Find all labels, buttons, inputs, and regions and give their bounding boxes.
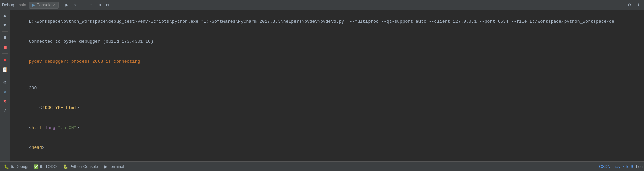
evaluate-btn[interactable]: ⊡ bbox=[104, 1, 111, 9]
status-tab-todo[interactable]: ✅ 6: TODO bbox=[31, 164, 59, 170]
debug-tab-label: Debug bbox=[16, 164, 28, 169]
log-label[interactable]: Log bbox=[636, 164, 643, 169]
console-line-9: <meta charset="utf-8"> bbox=[13, 158, 641, 161]
minimize-icon[interactable]: ⬇ bbox=[634, 1, 642, 9]
main-label: main bbox=[17, 3, 26, 7]
console-line-3: pydev debugger: process 2668 is connecti… bbox=[13, 51, 641, 72]
debug-actions: ▶ ↷ ↓ ↑ ⇥ ⊡ bbox=[63, 1, 111, 9]
debug-tab-icon: 🐛 bbox=[4, 164, 9, 169]
python-console-icon: 🐍 bbox=[63, 164, 68, 169]
todo-tab-label: TODO bbox=[45, 164, 57, 169]
settings-icon[interactable]: ⚙ bbox=[626, 1, 633, 9]
step-out-btn[interactable]: ↑ bbox=[87, 1, 95, 9]
console-line-1: E:\Workspace\python_workspace\debug_test… bbox=[13, 12, 641, 32]
left-sidebar: ▲ ▼ ⏸ ⏹ ● 📋 ⚙ ◈ ✖ ? bbox=[0, 10, 10, 161]
settings-side-btn[interactable]: ⚙ bbox=[1, 78, 9, 86]
debug-tab-num: 5: bbox=[11, 164, 14, 169]
console-tab-label: Console bbox=[36, 3, 51, 7]
status-tab-terminal[interactable]: ▶ Terminal bbox=[102, 164, 127, 170]
console-line-5: 200 bbox=[13, 78, 641, 98]
console-tab[interactable]: ▶ Console ✕ bbox=[29, 2, 59, 9]
console-tab-close[interactable]: ✕ bbox=[53, 3, 56, 7]
terminal-label: Terminal bbox=[109, 164, 124, 169]
sidebar-divider-1 bbox=[2, 31, 8, 32]
console-line-6: <!DOCTYPE html> bbox=[13, 98, 641, 118]
console-line-2: Connected to pydev debugger (build 173.4… bbox=[13, 32, 641, 52]
top-bar-right: ⚙ ⬇ bbox=[626, 1, 642, 9]
status-bar: 🐛 5: Debug ✅ 6: TODO 🐍 Python Console ▶ … bbox=[0, 161, 644, 171]
console-line-4 bbox=[13, 72, 641, 78]
step-over-btn[interactable]: ↷ bbox=[71, 1, 78, 9]
breakpoints-btn[interactable]: ● bbox=[1, 56, 9, 64]
close-btn[interactable]: ✖ bbox=[1, 97, 9, 105]
todo-tab-num: 6: bbox=[40, 164, 44, 169]
top-bar: Debug main ▶ Console ✕ ▶ ↷ ↓ ↑ ⇥ ⊡ ⚙ ⬇ bbox=[0, 0, 644, 10]
copy-btn[interactable]: 📋 bbox=[1, 65, 9, 74]
sidebar-divider-3 bbox=[2, 76, 8, 76]
pause-btn[interactable]: ⏸ bbox=[1, 34, 9, 42]
variables-btn[interactable]: ◈ bbox=[1, 88, 9, 96]
console-tab-icon: ▶ bbox=[32, 3, 35, 7]
step-into-btn[interactable]: ↓ bbox=[79, 1, 87, 9]
console-content[interactable]: E:\Workspace\python_workspace\debug_test… bbox=[10, 10, 644, 161]
debug-label: Debug bbox=[2, 3, 14, 7]
user-link[interactable]: CSDN: lady_killer9 bbox=[599, 164, 633, 169]
sidebar-divider-2 bbox=[2, 53, 8, 54]
status-tab-debug[interactable]: 🐛 5: Debug bbox=[1, 164, 30, 170]
status-tab-python-console[interactable]: 🐍 Python Console bbox=[60, 164, 101, 170]
run-to-cursor-btn[interactable]: ⇥ bbox=[95, 1, 103, 9]
scroll-up-btn[interactable]: ▲ bbox=[1, 12, 9, 20]
console-line-7: <html lang="zh-CN"> bbox=[13, 118, 641, 138]
python-console-label: Python Console bbox=[69, 164, 98, 169]
resume-btn[interactable]: ▶ bbox=[63, 1, 70, 9]
console-line-8: <head> bbox=[13, 138, 641, 158]
stop-btn[interactable]: ⏹ bbox=[1, 43, 9, 51]
help-btn[interactable]: ? bbox=[1, 107, 9, 115]
status-bar-right: CSDN: lady_killer9 Log bbox=[599, 164, 643, 169]
main-layout: ▲ ▼ ⏸ ⏹ ● 📋 ⚙ ◈ ✖ ? E:\Workspace\python_… bbox=[0, 10, 644, 161]
todo-tab-icon: ✅ bbox=[34, 164, 39, 169]
terminal-icon: ▶ bbox=[104, 164, 107, 169]
scroll-down-btn[interactable]: ▼ bbox=[1, 21, 9, 29]
